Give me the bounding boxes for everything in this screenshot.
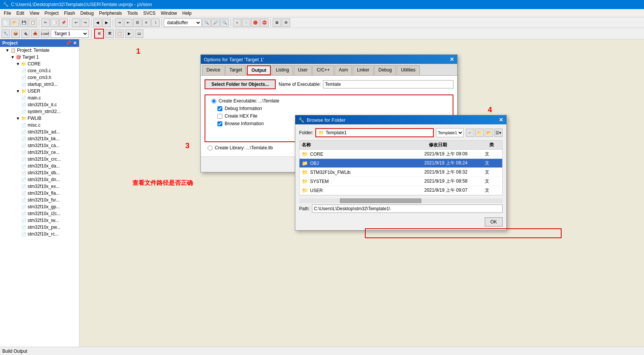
menu-item-svcs[interactable]: SVCS — [141, 10, 158, 17]
fwd-btn[interactable]: ▶ — [102, 19, 111, 27]
tree-item-6[interactable]: ▼ 📁USER — [0, 88, 79, 95]
tab-utilities[interactable]: Utilities — [397, 65, 420, 75]
sidebar-pin[interactable]: 📌 — [66, 40, 71, 46]
tree-item-21[interactable]: 📄stm32f10x_fla... — [0, 190, 79, 197]
tb2-btn3[interactable]: 🔌 — [21, 29, 29, 38]
tree-item-23[interactable]: 📄stm32f10x_gp... — [0, 203, 79, 210]
tb2-btn1[interactable]: 🔧 — [2, 29, 10, 38]
tab-debug[interactable]: Debug — [374, 65, 396, 75]
databuffer-combo[interactable]: dataBuffer — [164, 19, 202, 27]
tree-item-0[interactable]: ▼ 📋Project: Temlate — [0, 47, 79, 54]
tree-item-27[interactable]: 📄stm32f10x_rc... — [0, 231, 79, 237]
tree-item-20[interactable]: 📄stm32f10x_ex... — [0, 183, 79, 190]
menu-item-view[interactable]: View — [27, 10, 42, 17]
browse-create-btn[interactable]: 📂 — [485, 129, 493, 137]
tb2-btn7[interactable]: ▶ — [125, 29, 133, 38]
browse-ok-btn[interactable]: OK — [485, 217, 503, 226]
options-target-btn[interactable]: ⚙ — [94, 29, 104, 39]
cut-btn[interactable]: ✂ — [41, 19, 50, 27]
back-btn[interactable]: ◀ — [93, 19, 102, 27]
name-exe-input[interactable] — [323, 80, 453, 88]
tree-item-15[interactable]: 📄stm32f10x_ce... — [0, 149, 79, 156]
indent-btn[interactable]: ⇥ — [115, 19, 123, 27]
search-btn[interactable]: 🔍 — [220, 19, 229, 27]
paste-btn[interactable]: 📌 — [59, 19, 68, 27]
target-combo[interactable]: Target 1 — [51, 29, 88, 38]
browse-new-btn[interactable]: 📁 — [475, 129, 484, 137]
create-exe-radio[interactable] — [211, 99, 216, 104]
tb2-btn2[interactable]: 📦 — [11, 29, 20, 38]
tb2-btn6[interactable]: 📋 — [115, 29, 124, 38]
tree-item-9[interactable]: 📄system_stm32... — [0, 108, 79, 115]
stop-btn[interactable]: ⛔ — [260, 19, 268, 27]
tb2-btn8[interactable]: 🗂 — [135, 29, 143, 38]
tree-item-5[interactable]: 📄startup_stm3... — [0, 81, 79, 88]
tree-item-1[interactable]: ▼ 🎯Target 1 — [0, 54, 79, 60]
tree-item-22[interactable]: 📄stm32f10x_fsr... — [0, 197, 79, 203]
menu-item-edit[interactable]: Edit — [14, 10, 26, 17]
tree-item-16[interactable]: 📄stm32f10x_crc... — [0, 156, 79, 163]
tab-listing[interactable]: Listing — [272, 65, 293, 75]
browse-info-check[interactable] — [217, 121, 222, 126]
open-btn[interactable]: 📂 — [11, 19, 19, 27]
tree-item-17[interactable]: 📄stm32f10x_da... — [0, 163, 79, 169]
find2-btn[interactable]: 🔎 — [211, 19, 220, 27]
tree-item-26[interactable]: 📄stm32f10x_pw... — [0, 224, 79, 231]
tree-item-11[interactable]: 📄misc.c — [0, 122, 79, 129]
undo-btn[interactable]: ↩ — [72, 19, 80, 27]
tab-target[interactable]: Target — [225, 65, 246, 75]
debug-btn[interactable]: 🔴 — [251, 19, 259, 27]
win-btn[interactable]: 🖥 — [273, 19, 281, 27]
tb2-btn4[interactable]: 📥 — [31, 29, 39, 38]
browse-scrollbar[interactable] — [299, 198, 503, 203]
select-folder-btn[interactable]: Select Folder for Objects... — [205, 79, 276, 89]
outdent-btn[interactable]: ⇤ — [124, 19, 132, 27]
browse-item-3[interactable]: 📁 SYSTEM 2021/9/19 上午 08:58 文 — [299, 177, 502, 186]
menu-item-file[interactable]: File — [2, 10, 13, 17]
load-btn[interactable]: Load — [41, 29, 49, 38]
tab-c-c++[interactable]: C/C++ — [312, 65, 334, 75]
tree-item-2[interactable]: ▼ 📁CORE — [0, 60, 79, 67]
tree-item-24[interactable]: 📄stm32f10x_i2c... — [0, 210, 79, 217]
circle2-btn[interactable]: ○ — [242, 19, 250, 27]
tab-device[interactable]: Device — [202, 65, 225, 75]
lines3-btn[interactable]: ⁞ — [151, 19, 160, 27]
browse-scrollbar-thumb[interactable] — [340, 198, 421, 203]
tree-item-19[interactable]: 📄stm32f10x_dn... — [0, 176, 79, 183]
browse-folder-combo[interactable]: 📁 Template1 — [315, 128, 434, 137]
save-all-btn[interactable]: 📋 — [29, 19, 37, 27]
tree-item-12[interactable]: 📄stm32f10x_ad... — [0, 129, 79, 135]
tree-item-18[interactable]: 📄stm32f10x_db... — [0, 169, 79, 176]
tree-item-13[interactable]: 📄stm32f10x_bk... — [0, 135, 79, 142]
tree-item-25[interactable]: 📄stm32f10x_iw... — [0, 217, 79, 224]
tb2-btn5[interactable]: 🛠 — [106, 29, 114, 38]
folder-dropdown[interactable]: Template1 — [436, 128, 464, 137]
browse-item-1[interactable]: 📁 OBJ 2021/9/19 上午 08:24 文 — [299, 159, 502, 168]
redo-btn[interactable]: ↪ — [81, 19, 89, 27]
menu-item-debug[interactable]: Debug — [78, 10, 96, 17]
lines-btn[interactable]: ☰ — [133, 19, 141, 27]
create-lib-radio[interactable] — [208, 146, 213, 150]
menu-item-tools[interactable]: Tools — [125, 10, 140, 17]
tree-item-3[interactable]: 📄core_cm3.c — [0, 67, 79, 74]
tab-linker[interactable]: Linker — [353, 65, 374, 75]
browse-close-btn[interactable]: ✕ — [499, 117, 503, 123]
menu-item-window[interactable]: Window — [158, 10, 179, 17]
find-src-btn[interactable]: 🔍 — [202, 19, 211, 27]
hex-check[interactable] — [217, 114, 222, 119]
browse-item-0[interactable]: 📁 CORE 2021/9/19 上午 09:09 文 — [299, 150, 502, 159]
browse-back-btn[interactable]: ← — [466, 129, 474, 137]
tree-item-4[interactable]: 📄core_cm3.h — [0, 74, 79, 81]
browse-item-4[interactable]: 📁 USER 2021/9/19 上午 09:07 文 — [299, 186, 502, 195]
tree-item-7[interactable]: 📄main.c — [0, 95, 79, 101]
tab-output[interactable]: Output — [247, 65, 271, 75]
tree-item-10[interactable]: ▼ 📁FWLIB — [0, 115, 79, 122]
tree-item-14[interactable]: 📄stm32f10x_ca... — [0, 142, 79, 149]
circle1-btn[interactable]: ● — [233, 19, 241, 27]
tree-item-8[interactable]: 📄stm32f10x_it.c — [0, 101, 79, 108]
sidebar-close[interactable]: ✕ — [73, 40, 77, 46]
browse-path-input[interactable] — [312, 205, 503, 213]
menu-item-flash[interactable]: Flash — [62, 10, 77, 17]
save-btn[interactable]: 💾 — [20, 19, 28, 27]
menu-item-peripherals[interactable]: Peripherals — [97, 10, 124, 17]
